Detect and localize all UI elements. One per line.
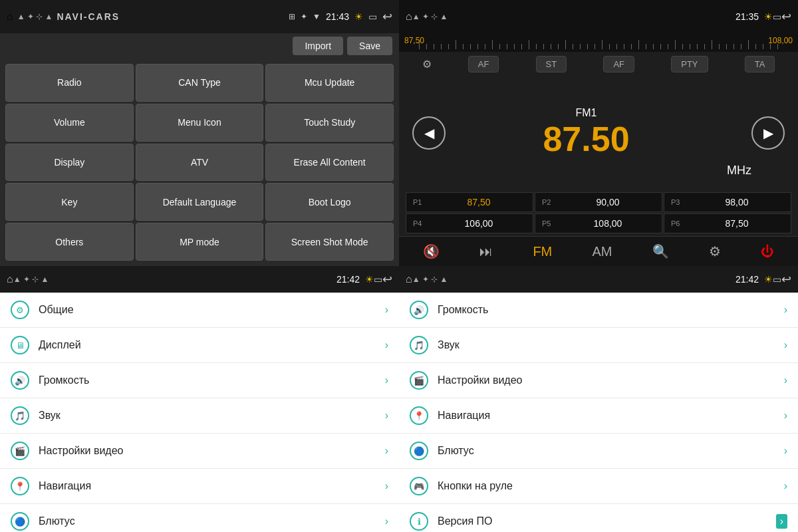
prev-station-button[interactable]: ◀ xyxy=(412,116,446,150)
ruler-ticks xyxy=(399,36,798,49)
equalizer-button[interactable]: ⚙ xyxy=(702,241,728,262)
preset-item-p2[interactable]: P2 90,00 xyxy=(535,192,662,212)
next-station-button[interactable]: ▶ xyxy=(751,116,785,150)
save-button[interactable]: Save xyxy=(347,37,392,55)
ruler-tick xyxy=(646,44,646,49)
android-settings-panel-right: ⌂ ▲ ✦ ⊹ ▲ 21:42 ☀ ▭ ↩ 🔊 Громкость › 🎵 Зв… xyxy=(399,266,798,532)
br-back[interactable]: ↩ xyxy=(781,272,791,287)
ruler-tick xyxy=(426,44,427,49)
settings-item-right-Настройки видео[interactable]: 🎬 Настройки видео › xyxy=(399,363,798,398)
item-label: Громкость xyxy=(39,374,385,386)
power-button[interactable]: ⏻ xyxy=(754,241,781,262)
top-bar-right: ⊞ ✦ ▼ 21:43 ☀ ▭ ↩ xyxy=(289,9,392,24)
br-time: 21:42 xyxy=(735,274,759,285)
preset-label: P5 xyxy=(542,219,555,227)
presets-grid: P1 87,50 P2 90,00 P3 98,00 P4 106,00 P5 … xyxy=(399,190,798,236)
settings-item-left-Навигация[interactable]: 📍 Навигация › xyxy=(0,469,399,504)
frequency-display: 87.50 xyxy=(543,119,629,159)
ruler-tick xyxy=(558,44,559,49)
preset-item-p1[interactable]: P1 87,50 xyxy=(406,192,533,212)
st-button[interactable]: ST xyxy=(536,56,567,72)
preset-freq: 90,00 xyxy=(561,197,655,207)
ruler-tick xyxy=(653,44,654,49)
import-button[interactable]: Import xyxy=(293,37,343,55)
af-button-2[interactable]: AF xyxy=(603,56,634,72)
settings-item-right-Навигация[interactable]: 📍 Навигация › xyxy=(399,398,798,434)
ruler-tick xyxy=(595,44,595,49)
settings-item-right-Звук[interactable]: 🎵 Звук › xyxy=(399,328,798,363)
home-icon-bl[interactable]: ⌂ xyxy=(7,273,13,285)
settings-btn-others[interactable]: Others xyxy=(5,223,134,261)
settings-btn-volume[interactable]: Volume xyxy=(5,104,134,142)
item-label: Навигация xyxy=(39,480,385,492)
settings-btn-menu_icon[interactable]: Menu Icon xyxy=(136,104,264,142)
ta-button[interactable]: TA xyxy=(745,56,775,72)
settings-item-right-Версия ПО[interactable]: ℹ Версия ПО › xyxy=(399,504,798,532)
home-icon-br[interactable]: ⌂ xyxy=(406,273,412,285)
item-label: Общие xyxy=(39,304,385,316)
settings-item-left-Настройки видео[interactable]: 🎬 Настройки видео › xyxy=(0,434,399,469)
item-icon: 🎵 xyxy=(11,406,29,425)
ruler-tick xyxy=(755,44,756,49)
home-icon[interactable]: ⌂ xyxy=(7,11,13,23)
chevron-right-icon: › xyxy=(385,410,388,422)
home-icon-radio[interactable]: ⌂ xyxy=(406,11,412,23)
settings-item-left-Блютус[interactable]: 🔵 Блютус › xyxy=(0,504,399,532)
radio-brightness: ☀ xyxy=(764,11,773,22)
settings-btn-touch_study[interactable]: Touch Study xyxy=(265,104,394,142)
radio-back[interactable]: ↩ xyxy=(781,9,791,24)
settings-item-right-Кнопки на руле[interactable]: 🎮 Кнопки на руле › xyxy=(399,469,798,504)
item-label: Блютус xyxy=(39,515,385,527)
chevron-right-icon: › xyxy=(385,304,388,316)
settings-btn-key[interactable]: Key xyxy=(5,183,134,221)
volume-mute-button[interactable]: 🔇 xyxy=(416,241,446,262)
pty-button[interactable]: PTY xyxy=(671,56,708,72)
brightness-icon: ☀ xyxy=(354,11,363,22)
preset-item-p4[interactable]: P4 106,00 xyxy=(406,213,533,233)
settings-item-left-Дисплей[interactable]: 🖥 Дисплей › xyxy=(0,328,399,363)
ruler-tick xyxy=(573,44,573,49)
settings-btn-mp_mode[interactable]: MP mode xyxy=(136,223,264,261)
item-label: Настройки видео xyxy=(438,374,784,386)
settings-item-left-Звук[interactable]: 🎵 Звук › xyxy=(0,398,399,434)
ruler-tick xyxy=(697,44,698,49)
settings-btn-erase_all[interactable]: Erase All Content xyxy=(265,144,394,182)
back-icon[interactable]: ↩ xyxy=(382,9,392,24)
item-icon: ℹ xyxy=(410,512,428,531)
search-button[interactable]: 🔍 xyxy=(646,241,676,262)
settings-list-right: 🔊 Громкость › 🎵 Звук › 🎬 Настройки видео… xyxy=(399,293,798,532)
station-name-label: FM1 xyxy=(576,107,597,119)
settings-item-right-Блютус[interactable]: 🔵 Блютус › xyxy=(399,434,798,469)
preset-item-p6[interactable]: P6 87,50 xyxy=(664,213,791,233)
settings-btn-mcu_update[interactable]: Mcu Update xyxy=(265,64,394,102)
settings-list-left: ⚙ Общие › 🖥 Дисплей › 🔊 Громкость › 🎵 Зв… xyxy=(0,293,399,532)
am-button[interactable]: AM xyxy=(585,241,618,262)
ruler-tick xyxy=(638,40,639,49)
settings-btn-radio[interactable]: Radio xyxy=(5,64,134,102)
radio-status-icons: ▲ ✦ ⊹ ▲ xyxy=(412,12,448,21)
mhz-unit-label: MHz xyxy=(727,164,751,178)
ruler-tick xyxy=(763,44,763,49)
chevron-right-icon: › xyxy=(385,515,388,527)
bl-back[interactable]: ↩ xyxy=(382,272,392,287)
settings-btn-atv[interactable]: ATV xyxy=(136,144,264,182)
preset-item-p3[interactable]: P3 98,00 xyxy=(664,192,791,212)
skip-button[interactable]: ⏭ xyxy=(473,241,499,262)
settings-btn-default_language[interactable]: Default Language xyxy=(136,183,264,221)
wifi-icon: ▼ xyxy=(313,12,321,21)
fm-button[interactable]: FM xyxy=(526,241,559,262)
settings-btn-can_type[interactable]: CAN Type xyxy=(136,64,264,102)
af-button-1[interactable]: AF xyxy=(468,56,499,72)
radio-main-display: ◀ FM1 87.50 MHz ▶ xyxy=(399,76,798,190)
preset-item-p5[interactable]: P5 108,00 xyxy=(535,213,662,233)
settings-item-left-Громкость[interactable]: 🔊 Громкость › xyxy=(0,363,399,398)
settings-btn-screen_shot[interactable]: Screen Shot Mode xyxy=(265,223,394,261)
settings-btn-display[interactable]: Display xyxy=(5,144,134,182)
item-label: Звук xyxy=(39,410,385,422)
bl-time: 21:42 xyxy=(336,274,360,285)
android-settings-panel-left: ⌂ ▲ ✦ ⊹ ▲ 21:42 ☀ ▭ ↩ ⚙ Общие › 🖥 Диспле… xyxy=(0,266,399,532)
settings-item-left-Общие[interactable]: ⚙ Общие › xyxy=(0,293,399,328)
settings-item-right-Громкость[interactable]: 🔊 Громкость › xyxy=(399,293,798,328)
settings-btn-boot_logo[interactable]: Boot Logo xyxy=(265,183,394,221)
chevron-right-icon: › xyxy=(385,480,388,492)
